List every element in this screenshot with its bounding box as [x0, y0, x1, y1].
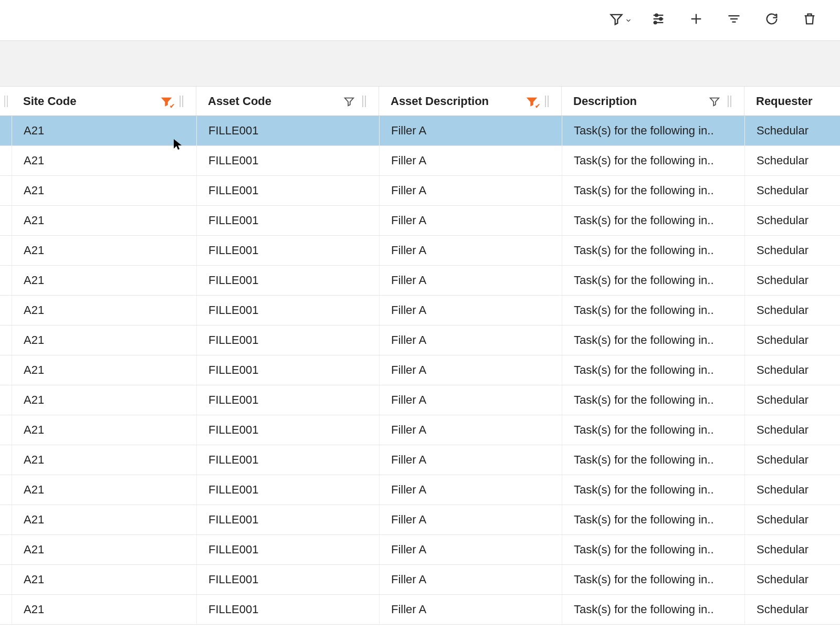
table-row[interactable]: A21FILLE001Filler ATask(s) for the follo… [0, 535, 840, 565]
column-header-asset-description[interactable]: Asset Description ✔ [379, 87, 562, 116]
row-drag-handle[interactable] [0, 355, 12, 385]
row-drag-handle[interactable] [0, 266, 12, 295]
cell-asset-code: FILLE001 [196, 206, 379, 235]
row-drag-handle[interactable] [0, 505, 12, 534]
check-icon: ✔ [535, 102, 540, 110]
row-drag-handle[interactable] [0, 475, 12, 505]
table-row[interactable]: A21FILLE001Filler ATask(s) for the follo… [0, 565, 840, 595]
column-header-requester[interactable]: Requester [744, 87, 840, 116]
row-drag-handle[interactable] [0, 595, 12, 624]
cell-asset-code: FILLE001 [196, 505, 379, 534]
table-row[interactable]: A21FILLE001Filler ATask(s) for the follo… [0, 326, 840, 355]
row-drag-handle[interactable] [0, 565, 12, 594]
row-drag-handle[interactable] [0, 385, 12, 415]
cell-description: Task(s) for the following in.. [562, 505, 744, 534]
refresh-button[interactable] [762, 11, 781, 30]
cell-site-code: A21 [12, 326, 196, 355]
row-drag-handle[interactable] [0, 176, 12, 205]
cell-requester: Schedular [744, 535, 840, 564]
column-label: Asset Description [391, 94, 526, 108]
column-label: Asset Code [208, 94, 343, 108]
table-row[interactable]: A21FILLE001Filler ATask(s) for the follo… [0, 296, 840, 326]
table-row[interactable]: A21FILLE001Filler ATask(s) for the follo… [0, 176, 840, 206]
table-row[interactable]: A21FILLE001Filler ATask(s) for the follo… [0, 116, 840, 146]
table-row[interactable]: A21FILLE001Filler ATask(s) for the follo… [0, 415, 840, 445]
cell-asset-code: FILLE001 [196, 116, 379, 145]
column-header-asset-code[interactable]: Asset Code [196, 87, 379, 116]
filter-icon[interactable] [343, 95, 355, 108]
cell-asset-description: Filler A [379, 326, 562, 355]
cell-requester: Schedular [744, 445, 840, 475]
filter-icon[interactable]: ✔ [160, 95, 173, 108]
column-resize-handle[interactable] [726, 94, 732, 109]
cell-asset-description: Filler A [379, 146, 562, 175]
sliders-icon [651, 12, 666, 29]
row-drag-handle[interactable] [0, 535, 12, 564]
cell-site-code: A21 [12, 505, 196, 534]
row-drag-handle[interactable] [0, 146, 12, 175]
row-drag-handle[interactable] [0, 206, 12, 235]
cell-site-code: A21 [12, 415, 196, 445]
filter-lines-icon [727, 12, 741, 29]
cell-description: Task(s) for the following in.. [562, 266, 744, 295]
column-resize-handle[interactable] [543, 94, 550, 109]
cell-asset-description: Filler A [379, 266, 562, 295]
row-drag-handle[interactable] [0, 236, 12, 265]
column-resize-handle[interactable] [178, 94, 184, 109]
toolbar [0, 0, 840, 41]
cell-requester: Schedular [744, 176, 840, 205]
check-icon: ✔ [170, 102, 175, 110]
table-row[interactable]: A21FILLE001Filler ATask(s) for the follo… [0, 385, 840, 415]
table-row[interactable]: A21FILLE001Filler ATask(s) for the follo… [0, 595, 840, 625]
table-row[interactable]: A21FILLE001Filler ATask(s) for the follo… [0, 266, 840, 296]
table-row[interactable]: A21FILLE001Filler ATask(s) for the follo… [0, 146, 840, 176]
table-row[interactable]: A21FILLE001Filler ATask(s) for the follo… [0, 445, 840, 475]
table-row[interactable]: A21FILLE001Filler ATask(s) for the follo… [0, 355, 840, 385]
filter-icon[interactable] [708, 95, 721, 108]
row-drag-handle[interactable] [0, 445, 12, 475]
cell-description: Task(s) for the following in.. [562, 445, 744, 475]
group-button[interactable] [724, 11, 743, 30]
cell-site-code: A21 [12, 236, 196, 265]
cell-site-code: A21 [12, 146, 196, 175]
cell-asset-code: FILLE001 [196, 296, 379, 325]
cell-asset-code: FILLE001 [196, 535, 379, 564]
row-drag-handle[interactable] [0, 116, 12, 145]
filter-button[interactable] [611, 11, 630, 30]
add-button[interactable] [687, 11, 706, 30]
row-drag-handle[interactable] [0, 415, 12, 445]
delete-button[interactable] [800, 11, 819, 30]
cell-description: Task(s) for the following in.. [562, 415, 744, 445]
column-resize-handle[interactable] [361, 94, 367, 109]
column-header-description[interactable]: Description [562, 87, 744, 116]
cell-requester: Schedular [744, 326, 840, 355]
row-drag-handle[interactable] [0, 326, 12, 355]
filter-icon[interactable]: ✔ [526, 95, 538, 108]
cell-asset-description: Filler A [379, 595, 562, 624]
cell-asset-description: Filler A [379, 176, 562, 205]
column-header-site-code[interactable]: Site Code ✔ [12, 87, 196, 116]
cell-description: Task(s) for the following in.. [562, 176, 744, 205]
table-row[interactable]: A21FILLE001Filler ATask(s) for the follo… [0, 236, 840, 266]
filter-icon [609, 12, 624, 29]
settings-button[interactable] [649, 11, 668, 30]
cell-asset-code: FILLE001 [196, 176, 379, 205]
cell-requester: Schedular [744, 236, 840, 265]
refresh-icon [764, 12, 779, 29]
cell-requester: Schedular [744, 266, 840, 295]
table-row[interactable]: A21FILLE001Filler ATask(s) for the follo… [0, 475, 840, 505]
table-row[interactable]: A21FILLE001Filler ATask(s) for the follo… [0, 206, 840, 236]
cell-site-code: A21 [12, 475, 196, 505]
cell-asset-description: Filler A [379, 565, 562, 594]
cell-description: Task(s) for the following in.. [562, 116, 744, 145]
cell-requester: Schedular [744, 206, 840, 235]
cell-site-code: A21 [12, 176, 196, 205]
cell-description: Task(s) for the following in.. [562, 326, 744, 355]
row-drag-handle[interactable] [0, 296, 12, 325]
cell-site-code: A21 [12, 206, 196, 235]
cell-asset-description: Filler A [379, 206, 562, 235]
cell-asset-code: FILLE001 [196, 355, 379, 385]
cell-asset-code: FILLE001 [196, 445, 379, 475]
cell-site-code: A21 [12, 535, 196, 564]
table-row[interactable]: A21FILLE001Filler ATask(s) for the follo… [0, 505, 840, 535]
